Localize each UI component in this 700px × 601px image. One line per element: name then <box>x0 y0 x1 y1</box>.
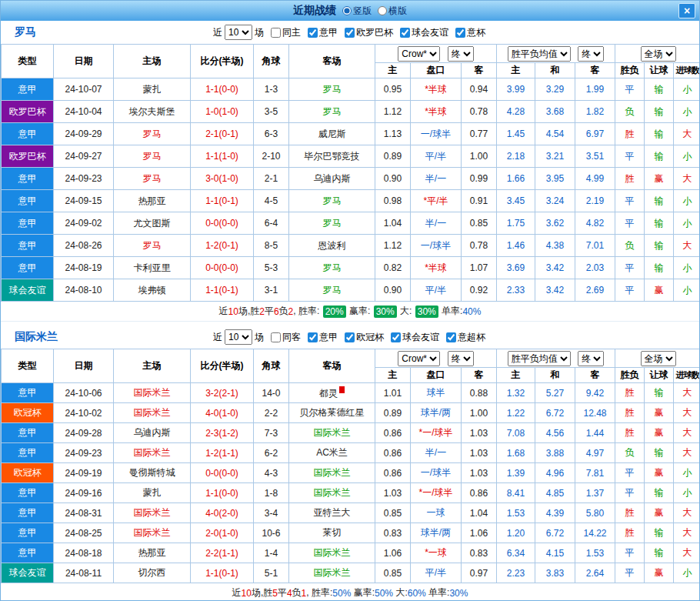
away-team: 罗马 <box>289 190 375 212</box>
match-score: 3-0(1-0) <box>191 168 254 190</box>
home-odds: 1.13 <box>375 123 411 145</box>
close-icon[interactable]: × <box>678 3 695 18</box>
competition-checkbox-friendly[interactable]: 球会友谊 <box>400 26 448 39</box>
competition-checkbox-supercup[interactable]: 意超杯 <box>446 331 485 344</box>
odds-stage-select[interactable]: 终 <box>448 351 474 366</box>
odds-provider-select[interactable]: Crow* <box>398 351 440 366</box>
odds-provider-select[interactable]: Crow* <box>398 46 440 62</box>
match-row: 意甲24-08-18热那亚2-2(1-1)1-4国际米兰1.06*一球0.836… <box>2 543 700 563</box>
avg-type-select[interactable]: 胜平负均值 <box>508 46 571 62</box>
summary-part: 20% <box>323 306 346 318</box>
avg-home: 2.18 <box>497 145 535 168</box>
league-badge: 意甲 <box>2 443 54 463</box>
avg-away: 14.22 <box>575 523 615 543</box>
competition-checkbox-input[interactable] <box>308 28 318 38</box>
result: 负 <box>615 443 645 463</box>
scope-select[interactable]: 全场 <box>641 351 676 366</box>
competition-checkbox-serie-a[interactable]: 意甲 <box>308 26 338 39</box>
col-goals: 进球数 <box>674 368 700 383</box>
summary-part: 60% <box>408 588 426 599</box>
col-handicap-result: 让球 <box>645 63 674 78</box>
away-team: 国际米兰 <box>289 543 375 563</box>
away-odds: 0.77 <box>462 123 497 145</box>
avg-stage-select[interactable]: 终 <box>578 351 604 366</box>
match-count-select[interactable]: 10 <box>225 329 252 345</box>
competition-checkbox-input[interactable] <box>345 28 355 38</box>
match-date: 24-08-19 <box>54 257 114 279</box>
layout-horizontal-radio-input[interactable] <box>378 6 387 15</box>
goals-result: 小 <box>674 463 700 483</box>
competition-checkbox-input[interactable] <box>345 332 355 342</box>
competition-checkbox-input[interactable] <box>455 28 465 38</box>
col-header-type: 类型 <box>2 349 54 383</box>
league-badge: 意甲 <box>2 257 54 279</box>
summary-part: 50% <box>332 588 351 599</box>
away-odds: 1.00 <box>462 145 497 168</box>
avg-draw: 4.38 <box>535 235 575 257</box>
col-header-away: 客场 <box>289 45 375 78</box>
avg-away: 7.01 <box>575 235 615 257</box>
summary-part: 场,胜 <box>238 305 259 318</box>
competition-checkbox-serie-a[interactable]: 意甲 <box>308 331 338 344</box>
result: 胜 <box>615 503 645 523</box>
corners: 2-1 <box>254 168 289 190</box>
avg-away: 6.97 <box>575 123 615 145</box>
result: 胜 <box>615 423 645 443</box>
competition-checkbox-europa[interactable]: 欧罗巴杯 <box>345 26 393 39</box>
summary-line: 近10场,胜2平6负2, 胜率: 20% 赢率: 30% 大: 30% 单率:4… <box>1 302 699 321</box>
competition-checkbox-coppa[interactable]: 意杯 <box>455 26 485 39</box>
match-score: 0-0(0-0) <box>191 463 254 483</box>
avg-draw: 4.39 <box>535 503 575 523</box>
avg-draw: 4.85 <box>535 483 575 503</box>
matches-table: 类型 日期 主场 比分(半场) 角球 客场 Crow* 终 胜平负均值 终 <box>1 44 700 302</box>
league-badge: 欧罗巴杯 <box>2 101 54 123</box>
layout-vertical-radio-input[interactable] <box>342 6 352 15</box>
home-team: 罗马 <box>114 168 191 190</box>
match-date: 24-08-26 <box>54 235 114 257</box>
corners: 1-4 <box>254 543 289 563</box>
result: 胜 <box>615 123 645 145</box>
avg-home: 6.34 <box>497 543 535 563</box>
summary-part: 40% <box>462 306 481 317</box>
competition-checkbox-input[interactable] <box>446 332 456 342</box>
home-team: 乌迪内斯 <box>114 423 191 443</box>
match-score: 1-1(0-1) <box>191 563 254 583</box>
avg-draw: 3.29 <box>535 78 575 101</box>
goals-result: 小 <box>674 257 700 279</box>
goals-result: 大 <box>674 123 700 145</box>
layout-vertical-radio[interactable]: 竖版 <box>342 5 372 18</box>
handicap: 半/一 <box>411 443 462 463</box>
avg-draw: 4.56 <box>535 423 575 443</box>
odds-stage-select[interactable]: 终 <box>448 46 474 62</box>
section-header: 国际米兰 近 10 场 同客 意甲 欧冠杯 <box>1 326 699 349</box>
avg-draw: 6.72 <box>535 523 575 543</box>
scope-select[interactable]: 全场 <box>641 46 676 62</box>
away-odds: 1.06 <box>462 523 497 543</box>
match-count-select[interactable]: 10 <box>225 25 252 40</box>
handicap-result: 赢 <box>645 423 674 443</box>
avg-draw: 3.62 <box>535 212 575 235</box>
col-avg-draw: 和 <box>535 63 575 78</box>
competition-checkbox-input[interactable] <box>400 28 410 38</box>
avg-stage-select[interactable]: 终 <box>578 46 604 62</box>
avg-away: 4.82 <box>575 212 615 235</box>
layout-horizontal-radio[interactable]: 横版 <box>378 5 407 18</box>
competition-checkbox-input[interactable] <box>308 332 318 342</box>
summary-part: 30% <box>415 306 438 318</box>
summary-part: 1 <box>302 588 307 599</box>
away-odds: 0.99 <box>462 168 497 190</box>
avg-type-select[interactable]: 胜平负均值 <box>508 351 571 366</box>
near-label: 近 <box>213 331 222 344</box>
league-badge: 意甲 <box>2 543 54 563</box>
same-venue-checkbox[interactable]: 同客 <box>271 331 301 344</box>
avg-controls: 胜平负均值 终 <box>497 45 615 63</box>
summary-part: 负 <box>279 305 288 318</box>
competition-checkbox-input[interactable] <box>391 332 401 342</box>
competition-checkbox-friendly[interactable]: 球会友谊 <box>391 331 439 344</box>
handicap: *半球 <box>411 78 462 101</box>
same-venue-checkbox[interactable]: 同主 <box>271 26 301 39</box>
col-odds-home: 主 <box>375 63 411 78</box>
same-venue-checkbox-input[interactable] <box>271 28 281 38</box>
competition-checkbox-ucl[interactable]: 欧冠杯 <box>345 331 384 344</box>
same-venue-checkbox-input[interactable] <box>271 332 281 342</box>
